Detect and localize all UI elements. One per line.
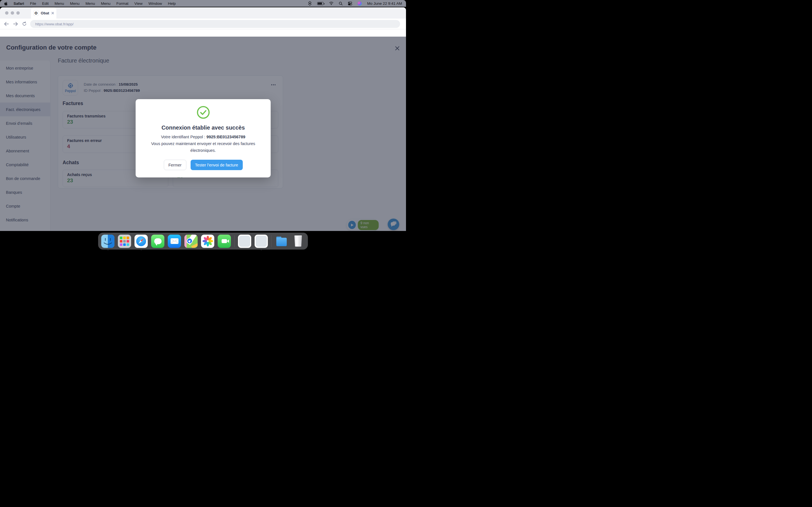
tab-obat[interactable]: O Obat — [31, 7, 56, 18]
menu-window[interactable]: Window — [148, 1, 162, 6]
obat-favicon: O — [33, 10, 39, 16]
reload-icon[interactable] — [22, 21, 27, 26]
menu-help[interactable]: Help — [168, 1, 176, 6]
url-field[interactable]: https://www.obat.fr/app/ — [30, 20, 400, 28]
back-icon[interactable] — [4, 22, 9, 26]
battery-icon[interactable] — [317, 2, 324, 5]
safari-icon[interactable] — [135, 235, 148, 248]
facetime-icon[interactable] — [218, 235, 231, 248]
menu-bar: Safari File Edit Menu Menu Menu Menu For… — [0, 0, 406, 7]
tester-envoi-button[interactable]: Tester l’envoi de facture — [191, 160, 243, 170]
modal-title: Connexion établie avec succès — [136, 124, 271, 131]
menu-edit[interactable]: Edit — [42, 1, 49, 6]
control-center-icon[interactable] — [348, 2, 352, 5]
menu-view[interactable]: View — [134, 1, 142, 6]
close-window-button[interactable] — [5, 11, 8, 15]
apple-logo-icon[interactable] — [4, 1, 8, 6]
downloads-folder-icon[interactable] — [275, 235, 288, 248]
modal-body-text: Vous pouvez maintenant envoyer et recevo… — [151, 142, 255, 153]
forward-icon[interactable] — [13, 22, 18, 26]
placeholder-app-icon-2[interactable] — [255, 235, 268, 248]
menu-6[interactable]: Menu — [101, 1, 110, 6]
menubar-clock[interactable]: Mo June 22 9:41 AM — [367, 1, 402, 6]
menu-file[interactable]: File — [30, 1, 36, 6]
modal-body: Votre identifiant Peppol : 9925:BE012345… — [136, 133, 271, 154]
finder-icon[interactable] — [101, 235, 114, 248]
success-modal: Connexion établie avec succès Votre iden… — [136, 99, 271, 177]
spotlight-search-icon[interactable] — [339, 2, 343, 5]
minimize-window-button[interactable] — [11, 11, 14, 15]
dock-divider — [234, 235, 235, 247]
safari-window: O Obat https://www.obat.fr/app/ Configur… — [0, 7, 406, 231]
window-controls[interactable] — [5, 11, 20, 15]
modal-id-label: Votre identifiant Peppol : — [161, 135, 205, 139]
tab-title: Obat — [41, 11, 49, 15]
placeholder-app-icon[interactable] — [238, 235, 251, 248]
dock — [98, 233, 308, 249]
trash-icon[interactable] — [292, 235, 305, 248]
siri-icon[interactable] — [357, 1, 362, 6]
tab-strip: O Obat — [0, 7, 406, 18]
tab-close-icon[interactable] — [51, 11, 54, 15]
browser-toolbar: https://www.obat.fr/app/ — [0, 18, 406, 29]
wifi-icon[interactable] — [329, 2, 334, 5]
modal-id-value: 9925:BE0123456789 — [206, 135, 245, 139]
mail-icon[interactable] — [168, 235, 181, 248]
dock-divider-2 — [271, 235, 271, 247]
menu-3[interactable]: Menu — [55, 1, 64, 6]
maps-icon[interactable] — [185, 235, 198, 248]
active-app-name[interactable]: Safari — [13, 1, 24, 6]
messages-icon[interactable] — [151, 235, 164, 248]
menu-4[interactable]: Menu — [70, 1, 80, 6]
menu-format[interactable]: Format — [116, 1, 129, 6]
success-check-icon — [197, 106, 210, 119]
launchpad-icon[interactable] — [118, 235, 131, 248]
url-text: https://www.obat.fr/app/ — [35, 22, 73, 26]
page-content: Configuration de votre compte Mon entrep… — [0, 37, 406, 231]
fermer-button[interactable]: Fermer — [164, 160, 186, 170]
photos-icon[interactable] — [201, 235, 214, 248]
stacked-app-icon[interactable] — [308, 1, 312, 6]
menu-5[interactable]: Menu — [86, 1, 95, 6]
zoom-window-button[interactable] — [16, 11, 20, 15]
